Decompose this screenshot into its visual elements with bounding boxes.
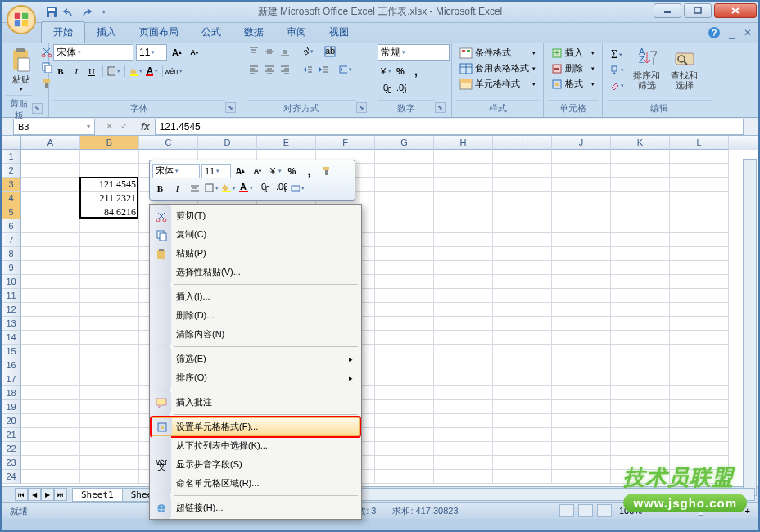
cell[interactable] [80,233,139,247]
conditional-formatting-button[interactable]: 条件格式▾ [456,46,539,60]
align-center-icon[interactable] [262,62,277,77]
cell[interactable] [80,289,139,303]
cell[interactable] [670,400,729,414]
cell[interactable] [611,442,670,456]
cell[interactable] [80,219,139,233]
mt-accounting-icon[interactable]: ¥ [267,163,283,178]
cell[interactable] [375,414,434,428]
cell[interactable] [21,386,80,400]
cell[interactable] [493,456,552,470]
mt-comma-icon[interactable]: , [301,163,317,178]
cell[interactable] [375,345,434,358]
cell[interactable] [434,400,493,414]
cell[interactable] [552,358,611,372]
accounting-format-icon[interactable]: ¥ [378,64,392,79]
cell[interactable] [21,233,80,247]
row-header[interactable]: 14 [2,331,21,345]
context-menu-item[interactable]: 排序(O) [152,368,360,387]
cell[interactable] [375,470,434,484]
cell[interactable] [493,219,552,233]
col-header[interactable]: D [198,136,257,150]
mt-format-painter-icon[interactable] [319,163,334,178]
cell[interactable] [21,456,80,470]
cell[interactable] [670,442,729,456]
cell[interactable] [375,442,434,456]
col-header[interactable]: L [670,136,729,150]
row-header[interactable]: 7 [2,233,21,247]
cell[interactable] [21,303,80,317]
cell[interactable] [493,442,552,456]
cell[interactable] [670,456,729,470]
cell[interactable] [434,233,493,247]
cell[interactable] [670,386,729,400]
sort-filter-button[interactable]: AZ 排序和 筛选 [629,44,664,100]
cell[interactable] [552,400,611,414]
cell[interactable] [80,303,139,317]
cell[interactable] [611,205,670,219]
context-menu-item[interactable]: 复制(C) [152,225,360,244]
cell[interactable] [80,470,139,484]
col-header[interactable]: I [493,136,552,150]
clipboard-dialog-launcher[interactable]: ⬊ [32,103,43,114]
cell[interactable] [670,345,729,358]
cell[interactable] [670,261,729,275]
font-size-combo[interactable]: 11 [136,44,167,61]
cell[interactable] [80,261,139,275]
cell[interactable] [493,192,552,205]
col-header[interactable]: B [80,136,139,150]
cell[interactable] [670,275,729,289]
view-layout-button[interactable] [578,504,593,517]
cell[interactable] [552,233,611,247]
cell[interactable] [670,178,729,192]
row-header[interactable]: 10 [2,275,21,289]
cell[interactable] [80,400,139,414]
cell[interactable] [21,150,80,164]
cell[interactable] [493,233,552,247]
increase-decimal-icon[interactable]: .0.00 [378,82,392,97]
ribbon-tab-5[interactable]: 审阅 [275,22,318,43]
cell[interactable] [80,372,139,386]
mt-size-combo[interactable]: 11 [201,164,231,178]
cell[interactable] [670,289,729,303]
cell[interactable] [375,400,434,414]
ribbon-tab-3[interactable]: 公式 [190,22,233,43]
vertical-scrollbar[interactable] [743,159,757,496]
cell[interactable] [552,247,611,261]
align-left-icon[interactable] [247,62,261,77]
office-button[interactable] [7,5,36,34]
sheet-nav-last[interactable]: ⏭ [54,488,67,501]
cell[interactable]: 211.2321 [80,192,139,205]
cell[interactable] [493,178,552,192]
mt-font-color-icon[interactable]: A [238,180,254,196]
mt-fill-color-icon[interactable] [221,180,237,196]
context-menu-item[interactable]: 清除内容(N) [152,325,360,344]
row-header[interactable]: 19 [2,400,21,414]
cell[interactable] [375,247,434,261]
cell[interactable] [611,219,670,233]
cell[interactable] [611,400,670,414]
row-header[interactable]: 21 [2,428,21,442]
cell[interactable] [80,150,139,164]
cell[interactable] [552,150,611,164]
cell[interactable] [434,219,493,233]
italic-icon[interactable]: I [69,64,84,79]
context-menu-item[interactable]: 剪切(T) [152,206,360,225]
cell[interactable] [434,442,493,456]
cell[interactable] [375,205,434,219]
mt-decrease-decimal-icon[interactable]: .00.0 [273,180,288,196]
cell[interactable] [670,358,729,372]
cell[interactable] [375,233,434,247]
cell[interactable] [611,358,670,372]
row-header[interactable]: 6 [2,219,21,233]
decrease-decimal-icon[interactable]: .00.0 [393,82,408,97]
cell[interactable] [670,164,729,178]
cell[interactable] [611,150,670,164]
zoom-out-button[interactable]: − [649,506,654,516]
cell[interactable] [493,150,552,164]
cell[interactable] [552,303,611,317]
cell[interactable] [434,164,493,178]
context-menu-item[interactable]: 选择性粘贴(V)... [152,263,360,282]
cell[interactable] [80,428,139,442]
cell[interactable] [493,205,552,219]
mt-shrink-font-icon[interactable]: A▾ [250,163,265,178]
